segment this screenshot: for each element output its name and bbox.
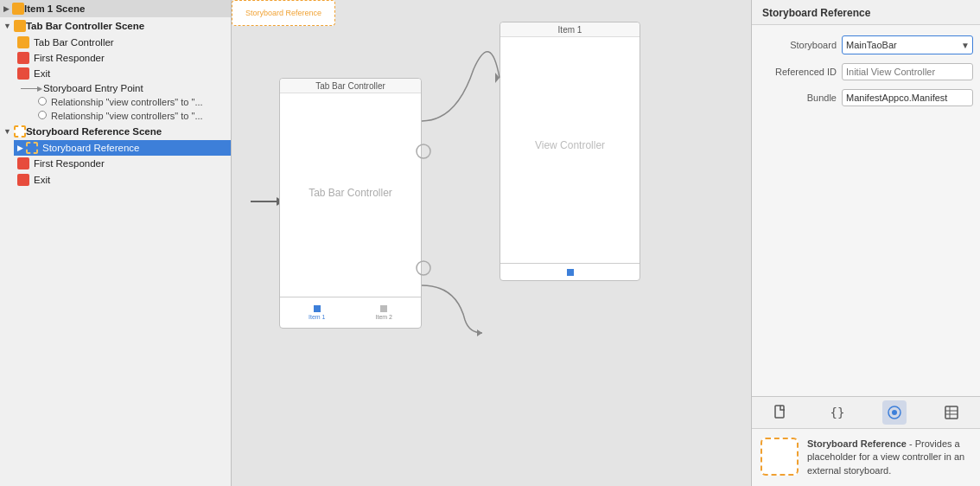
info-section: Storyboard Reference - Provides a placeh… — [752, 428, 980, 486]
tab-icon-sq-blue — [314, 305, 321, 312]
tree-item-exit1[interactable]: Exit — [14, 66, 231, 81]
canvas: Tab Bar Controller Tab Bar Controller It… — [232, 0, 751, 486]
svg-rect-4 — [775, 406, 784, 418]
vc-scene-title: Item 1 — [500, 22, 640, 37]
left-panel: ▶ Item 1 Scene ▼ Tab Bar Controller Scen… — [0, 0, 232, 486]
right-panel-form: Storyboard MainTaoBar ▼ Referenced ID Bu… — [752, 25, 980, 118]
relation1-label: Relationship "view controllers" to "... — [51, 97, 203, 107]
bundle-label: Bundle — [759, 93, 837, 103]
tab-icon-item1: Item 1 — [309, 305, 325, 320]
form-row-referenced-id: Referenced ID — [752, 60, 980, 84]
tree-item-relation1[interactable]: Relationship "view controllers" to "... — [14, 95, 231, 109]
scene-icon-sbref — [14, 125, 26, 137]
vc-label: View Controller — [535, 139, 605, 151]
table-svg-icon — [944, 405, 959, 420]
view-controller-scene-box[interactable]: Item 1 View Controller — [500, 22, 640, 281]
arrow-icon-item1: ▶ — [3, 4, 10, 13]
referenced-id-label: Referenced ID — [759, 67, 837, 77]
info-title: Storyboard Reference — [807, 438, 907, 449]
scene-group-sbref: ▼ Storyboard Reference Scene ▶ Storyboar… — [0, 123, 231, 187]
right-panel-bottom-tabs: {} — [752, 396, 980, 428]
relation2-label: Relationship "view controllers" to "... — [51, 111, 203, 121]
tree-item-storyboard-reference[interactable]: ▶ Storyboard Reference — [14, 140, 231, 156]
scene-group-tabbar: ▼ Tab Bar Controller Scene Tab Bar Contr… — [0, 17, 231, 123]
arrow-icon-tabbar: ▼ — [3, 22, 11, 30]
tab-label-item2: Item 2 — [376, 314, 392, 320]
form-row-storyboard: Storyboard MainTaoBar ▼ — [752, 32, 980, 58]
bottom-tab-table-icon[interactable] — [939, 400, 964, 425]
entry-point-icon: ▶ — [21, 88, 40, 89]
scene-header-sbref[interactable]: ▼ Storyboard Reference Scene — [0, 123, 231, 140]
tab-bar-scene-body: Tab Bar Controller — [280, 93, 421, 292]
tree-item-exit2[interactable]: Exit — [14, 171, 231, 187]
scene-header-item1[interactable]: ▶ Item 1 Scene — [0, 0, 231, 17]
tabbar-controller-label: Tab Bar Controller — [34, 37, 114, 48]
tab-label-item1: Item 1 — [309, 314, 325, 320]
scene-icon-item1 — [12, 3, 24, 15]
scene-group-item1: ▶ Item 1 Scene — [0, 0, 231, 17]
entry-line — [251, 201, 277, 202]
storyboard-reference-label: Storyboard Reference — [42, 143, 140, 153]
relation1-icon — [38, 97, 51, 107]
tabbar-controller-icon — [17, 36, 29, 48]
tab-bar-controller-text: Tab Bar Controller — [309, 187, 392, 199]
bottom-tab-file-icon[interactable] — [768, 400, 792, 425]
scene-icon-tabbar — [14, 20, 26, 32]
tab-icon-item2: Item 2 — [376, 305, 392, 320]
storyboard-select-wrapper: MainTaoBar ▼ — [842, 35, 973, 54]
tree-item-relation2[interactable]: Relationship "view controllers" to "... — [14, 109, 231, 123]
scene-children-tabbar: Tab Bar Controller First Responder Exit … — [0, 35, 231, 123]
svg-point-6 — [892, 410, 897, 415]
circle-svg-icon — [887, 405, 902, 420]
svg-rect-7 — [945, 406, 958, 419]
tree-item-entrypoint[interactable]: ▶ Storyboard Entry Point — [14, 81, 231, 95]
right-panel-spacer — [752, 118, 980, 396]
tab-bar-scene-box[interactable]: Tab Bar Controller Tab Bar Controller It… — [279, 78, 422, 329]
tab-bar-bottom: Item 1 Item 2 — [280, 297, 421, 328]
storyboard-ref-canvas-box[interactable]: Storyboard Reference — [232, 0, 335, 26]
storyboard-select[interactable]: MainTaoBar — [842, 35, 973, 54]
scene-title-item1: Item 1 Scene — [24, 3, 85, 14]
exit1-icon — [17, 67, 29, 80]
vc-scene-body: View Controller — [500, 37, 640, 253]
tree-item-firstresponder2[interactable]: First Responder — [14, 156, 231, 171]
firstresponder2-icon — [17, 157, 29, 169]
form-row-bundle: Bundle — [752, 86, 980, 110]
firstresponder2-label: First Responder — [34, 158, 105, 169]
exit2-icon — [17, 173, 29, 185]
svg-marker-3 — [477, 329, 482, 336]
code-icon-text: {} — [830, 406, 845, 419]
info-icon-box — [760, 438, 799, 476]
bottom-tab-code-icon[interactable]: {} — [825, 400, 850, 425]
storyboard-ref-canvas-label: Storyboard Reference — [245, 9, 321, 17]
scene-title-sbref: Storyboard Reference Scene — [26, 126, 162, 137]
tree-item-firstresponder1[interactable]: First Responder — [14, 50, 231, 66]
arrow-icon-sbref: ▼ — [3, 127, 11, 136]
info-text: Storyboard Reference - Provides a placeh… — [807, 438, 971, 477]
tab-bar-scene-title: Tab Bar Controller — [280, 79, 421, 93]
tree-item-tabbarcontroller[interactable]: Tab Bar Controller — [14, 35, 231, 50]
firstresponder1-icon — [17, 52, 29, 64]
referenced-id-input[interactable] — [842, 63, 973, 80]
bottom-tab-circle-icon[interactable] — [882, 400, 907, 425]
relation2-icon — [38, 111, 51, 121]
exit2-label: Exit — [34, 175, 50, 185]
right-panel-title: Storyboard Reference — [752, 0, 980, 25]
tab-icon-sq-gray — [380, 305, 387, 312]
scene-title-tabbar: Tab Bar Controller Scene — [26, 21, 144, 31]
bundle-input[interactable] — [842, 89, 973, 106]
vc-tab-dot — [567, 269, 574, 276]
firstresponder1-label: First Responder — [34, 53, 105, 63]
storyboard-field-label: Storyboard — [759, 40, 837, 50]
scene-children-sbref: ▶ Storyboard Reference First Responder E… — [0, 140, 231, 187]
arrow-sbref-expand: ▶ — [17, 144, 23, 152]
right-panel: Storyboard Reference Storyboard MainTaoB… — [751, 0, 980, 486]
exit1-label: Exit — [34, 68, 50, 79]
storyboard-reference-icon — [26, 142, 38, 154]
file-svg-icon — [773, 405, 788, 420]
scene-header-tabbar[interactable]: ▼ Tab Bar Controller Scene — [0, 17, 231, 35]
vc-bottom-tab — [500, 263, 640, 280]
entry-point-label: Storyboard Entry Point — [43, 83, 143, 93]
